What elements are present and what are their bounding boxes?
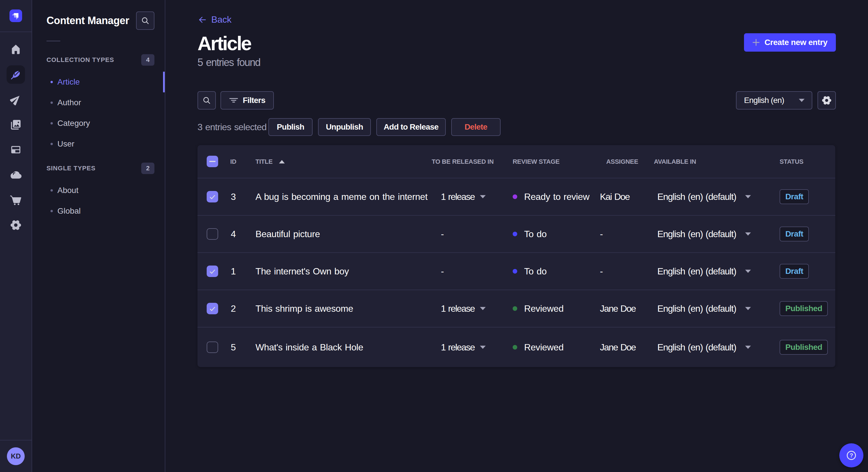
- subnav-title: Content Manager: [46, 14, 129, 27]
- col-available[interactable]: AVAILABLE IN: [654, 145, 696, 178]
- home-icon: [9, 43, 22, 56]
- bullet-icon: [51, 122, 53, 125]
- chevron-down-icon: [745, 232, 751, 236]
- rail-item-content-type-builder[interactable]: [7, 140, 25, 159]
- rail-item-settings[interactable]: [7, 216, 25, 234]
- chevron-down-icon: [479, 345, 486, 349]
- status-badge: Draft: [780, 227, 809, 241]
- create-new-entry-button[interactable]: Create new entry: [744, 33, 836, 52]
- cell-review: To do: [513, 216, 547, 252]
- filters-button[interactable]: Filters: [220, 91, 274, 109]
- cell-title: This shrimp is awesome: [255, 290, 353, 327]
- entries-count: 5 entries found: [197, 57, 836, 69]
- subnav-item-user[interactable]: User: [32, 134, 165, 154]
- cell-released: -: [441, 253, 444, 290]
- row-checkbox[interactable]: [207, 266, 218, 277]
- cell-id: 2: [231, 290, 236, 327]
- cell-review: Ready to review: [513, 178, 589, 215]
- bullet-icon: [51, 102, 53, 104]
- question-mark-icon: ?: [847, 451, 856, 460]
- rail-item-media-library[interactable]: [7, 115, 25, 134]
- subnav-item-category[interactable]: Category: [32, 113, 165, 134]
- table-row[interactable]: 4 Beautiful picture - To do - English (e…: [197, 216, 835, 253]
- strapi-admin: KD Content Manager COLLECTION TYPES 4 Ar…: [0, 0, 868, 472]
- unpublish-button[interactable]: Unpublish: [318, 118, 371, 136]
- subnav-search-button[interactable]: [136, 11, 154, 30]
- stage-dot: [513, 306, 517, 311]
- send-icon: [10, 94, 22, 105]
- layout-icon: [10, 144, 21, 155]
- cell-available[interactable]: English (en) (default): [657, 216, 751, 252]
- subnav-item-about[interactable]: About: [32, 180, 165, 201]
- delete-button[interactable]: Delete: [451, 118, 501, 136]
- rail-item-home[interactable]: [7, 40, 25, 59]
- search-button[interactable]: [197, 91, 216, 109]
- row-checkbox[interactable]: [207, 228, 218, 240]
- cell-available[interactable]: English (en) (default): [657, 290, 751, 327]
- cell-released: -: [441, 216, 444, 252]
- section-count-badge: 4: [141, 54, 154, 66]
- gear-icon: [9, 218, 23, 232]
- help-button[interactable]: ?: [839, 443, 863, 467]
- page-title: Article: [197, 34, 836, 53]
- cell-available[interactable]: English (en) (default): [657, 328, 751, 367]
- cell-available[interactable]: English (en) (default): [657, 178, 751, 215]
- cell-available[interactable]: English (en) (default): [657, 253, 751, 290]
- cloud-icon: [9, 168, 22, 181]
- rail-item-deploy[interactable]: [7, 90, 25, 109]
- add-to-release-button[interactable]: Add to Release: [376, 118, 446, 136]
- col-review[interactable]: REVIEW STAGE: [513, 145, 559, 178]
- cell-title: Beautiful picture: [255, 216, 320, 252]
- gear-icon: [820, 94, 833, 106]
- col-released[interactable]: TO BE RELEASED IN: [432, 145, 494, 178]
- cell-review: Reviewed: [513, 328, 563, 367]
- chevron-down-icon: [479, 307, 486, 310]
- strapi-logo[interactable]: [0, 0, 32, 32]
- rail-item-content-manager[interactable]: [7, 65, 25, 84]
- select-all-checkbox[interactable]: [207, 156, 218, 167]
- table-header: ID TITLE TO BE RELEASED IN REVIEW STAGE …: [197, 145, 835, 178]
- row-checkbox[interactable]: [207, 341, 218, 353]
- plus-icon: [752, 39, 760, 46]
- rail-icon-list: [0, 32, 32, 241]
- cell-id: 1: [231, 253, 236, 290]
- cell-released[interactable]: 1 release: [441, 328, 486, 367]
- col-assignee[interactable]: ASSIGNEE: [606, 145, 638, 178]
- col-title[interactable]: TITLE: [255, 145, 273, 178]
- single-types-section: SINGLE TYPES 2 About Global: [32, 162, 165, 222]
- table-row[interactable]: 1 The internet's Own boy - To do - Engli…: [197, 253, 835, 290]
- publish-button[interactable]: Publish: [268, 118, 313, 136]
- cell-released[interactable]: 1 release: [441, 178, 486, 215]
- stage-dot: [513, 232, 517, 236]
- col-status[interactable]: STATUS: [780, 145, 803, 178]
- row-checkbox[interactable]: [207, 303, 218, 314]
- rail-item-deploy-cloud[interactable]: [7, 166, 25, 184]
- subnav-item-author[interactable]: Author: [32, 92, 165, 113]
- back-link[interactable]: Back: [198, 14, 231, 25]
- cell-released[interactable]: 1 release: [441, 290, 486, 327]
- cell-assignee: -: [600, 216, 602, 252]
- chevron-down-icon: [799, 98, 805, 102]
- subnav-item-global[interactable]: Global: [32, 201, 165, 222]
- sort-asc-icon[interactable]: [279, 145, 285, 178]
- stage-dot: [513, 269, 517, 274]
- rail-item-marketplace[interactable]: [7, 191, 25, 209]
- collection-types-section: COLLECTION TYPES 4 Article Author Catego…: [32, 54, 165, 154]
- table-row[interactable]: 2 This shrimp is awesome 1 release Revie…: [197, 290, 835, 328]
- col-id[interactable]: ID: [230, 145, 236, 178]
- cell-id: 4: [231, 216, 236, 252]
- table-row[interactable]: 3 A bug is becoming a meme on the intern…: [197, 178, 835, 216]
- chevron-down-icon: [479, 195, 486, 199]
- avatar[interactable]: KD: [7, 447, 25, 465]
- settings-button[interactable]: [817, 91, 836, 109]
- row-checkbox[interactable]: [207, 191, 218, 202]
- subnav-item-article[interactable]: Article: [32, 72, 165, 92]
- check-icon: [209, 268, 216, 275]
- indeterminate-icon: [209, 161, 216, 162]
- cell-assignee: Jane Doe: [600, 290, 636, 327]
- cell-id: 5: [231, 328, 236, 367]
- locale-select[interactable]: English (en): [736, 91, 812, 109]
- entries-table: ID TITLE TO BE RELEASED IN REVIEW STAGE …: [197, 145, 835, 367]
- table-row[interactable]: 5 What's inside a Black Hole 1 release R…: [197, 328, 835, 367]
- cell-assignee: Jane Doe: [600, 328, 636, 367]
